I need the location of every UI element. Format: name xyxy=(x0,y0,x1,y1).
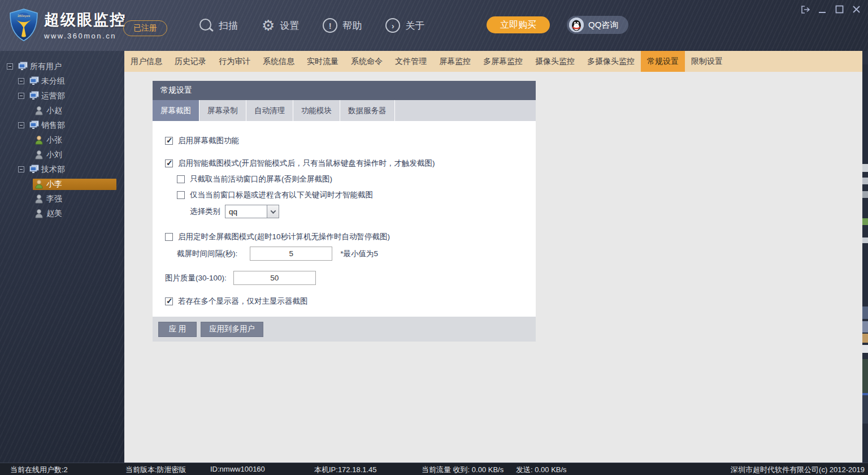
gear-icon: ⚙ xyxy=(262,18,275,33)
close-icon[interactable] xyxy=(852,5,861,14)
timed-fullscreen-checkbox[interactable] xyxy=(165,233,173,241)
tree-item-user-xiaozhao[interactable]: 小赵 xyxy=(0,104,124,117)
tab-restriction-settings[interactable]: 限制设置 xyxy=(685,51,729,72)
tab-multi-camera-monitor[interactable]: 多摄像头监控 xyxy=(581,51,641,72)
tab-camera-monitor[interactable]: 摄像头监控 xyxy=(529,51,581,72)
category-label: 选择类别 xyxy=(190,206,220,217)
tree-item-user-liqiang[interactable]: 李强 xyxy=(0,192,124,205)
app-website: www.360mon.cn xyxy=(44,32,126,40)
buy-now-button[interactable]: 立即购买 xyxy=(487,16,550,33)
quality-label: 图片质量(30-100): xyxy=(165,273,227,283)
tab-multi-screen-monitor[interactable]: 多屏幕监控 xyxy=(477,51,529,72)
nav-scan[interactable]: 扫描 xyxy=(199,18,238,33)
app-title: 超级眼监控 xyxy=(44,10,126,30)
tree-item-label: 小张 xyxy=(46,135,62,145)
tab-system-info[interactable]: 系统信息 xyxy=(257,51,301,72)
chevron-down-icon[interactable] xyxy=(267,205,279,218)
nav-settings[interactable]: ⚙ 设置 xyxy=(262,18,299,33)
qq-consult-button[interactable]: QQ咨询 xyxy=(567,16,628,34)
maximize-icon[interactable] xyxy=(835,5,844,14)
settings-subtabs: 屏幕截图 屏幕录制 自动清理 功能模块 数据服务器 xyxy=(153,100,536,121)
background-window-sliver xyxy=(862,51,868,463)
shield-logo-icon: 360eyes xyxy=(8,8,40,42)
subtab-screen-record[interactable]: 屏幕录制 xyxy=(199,100,246,121)
tab-general-settings[interactable]: 常规设置 xyxy=(641,51,685,72)
about-icon: › xyxy=(385,18,400,33)
tree-item-ungrouped[interactable]: 未分组 xyxy=(0,75,124,88)
subtab-function-module[interactable]: 功能模块 xyxy=(293,100,340,121)
svg-text:360eyes: 360eyes xyxy=(18,14,31,18)
window-controls xyxy=(801,5,861,14)
tab-system-command[interactable]: 系统命令 xyxy=(345,51,389,72)
nav-help-label: 帮助 xyxy=(342,19,362,32)
general-settings-panel: 常规设置 屏幕截图 屏幕录制 自动清理 功能模块 数据服务器 启用屏幕截图功能 … xyxy=(153,81,536,342)
quality-input[interactable] xyxy=(233,271,316,285)
status-copyright: 深圳市超时代软件有限公司(c) 2012-2019 xyxy=(731,465,865,475)
minimize-icon[interactable] xyxy=(818,5,827,14)
search-icon xyxy=(199,18,214,33)
status-local-ip: 本机IP:172.18.1.45 xyxy=(314,465,377,475)
app-logo: 360eyes 超级眼监控 www.360mon.cn xyxy=(8,8,126,42)
interval-input[interactable] xyxy=(250,247,332,261)
logout-icon[interactable] xyxy=(801,5,810,14)
screenshot-settings-form: 启用屏幕截图功能 启用智能截图模式(开启智能模式后，只有当鼠标键盘有操作时，才触… xyxy=(153,121,536,317)
tree-item-user-xiaozhang[interactable]: 小张 xyxy=(0,133,124,146)
tree-item-user-xiaoli-selected[interactable]: 小李 xyxy=(0,178,124,191)
collapse-toggle-icon[interactable] xyxy=(18,166,24,172)
enable-screenshot-checkbox[interactable] xyxy=(165,137,173,145)
tab-behavior-audit[interactable]: 行为审计 xyxy=(212,51,257,72)
enable-screenshot-label: 启用屏幕截图功能 xyxy=(178,136,239,146)
panel-footer: 应 用 应用到多用户 xyxy=(153,317,536,342)
enable-smart-mode-checkbox[interactable] xyxy=(165,159,173,167)
apply-to-multi-users-button[interactable]: 应用到多用户 xyxy=(201,322,263,337)
panel-title: 常规设置 xyxy=(153,81,536,100)
status-bar: 当前在线用户数:2 当前版本:防泄密版 ID:nmww100160 本机IP:1… xyxy=(0,463,868,475)
tree-item-all-users[interactable]: 所有用户 xyxy=(0,60,124,73)
collapse-toggle-icon[interactable] xyxy=(18,122,24,128)
user-offline-icon xyxy=(34,194,44,204)
tree-item-label: 小刘 xyxy=(46,150,62,160)
active-window-only-label: 只截取当前活动窗口的屏幕(否则全屏截图) xyxy=(190,174,332,184)
subtab-data-server[interactable]: 数据服务器 xyxy=(340,100,395,121)
nav-about[interactable]: › 关于 xyxy=(385,18,424,33)
user-tree-sidebar: 所有用户 未分组 运营部 小赵 销售部 小张 xyxy=(0,51,124,463)
tab-history[interactable]: 历史记录 xyxy=(168,51,212,72)
multi-monitor-label: 若存在多个显示器，仅对主显示器截图 xyxy=(178,296,308,306)
category-select[interactable]: qq xyxy=(225,205,279,218)
tree-item-operations-dept[interactable]: 运营部 xyxy=(0,89,124,102)
tree-item-sales-dept[interactable]: 销售部 xyxy=(0,119,124,132)
category-select-value: qq xyxy=(225,208,267,216)
subtab-auto-clean[interactable]: 自动清理 xyxy=(246,100,293,121)
keyword-only-checkbox[interactable] xyxy=(177,191,185,199)
tree-item-label: 李强 xyxy=(46,194,62,204)
tree-item-label: 销售部 xyxy=(41,120,65,131)
tab-screen-monitor[interactable]: 屏幕监控 xyxy=(433,51,477,72)
collapse-toggle-icon[interactable] xyxy=(18,78,24,84)
tree-item-label: 赵美 xyxy=(46,209,62,219)
tree-item-user-zhaomei[interactable]: 赵美 xyxy=(0,207,124,220)
collapse-toggle-icon[interactable] xyxy=(7,63,13,70)
subtab-screenshot[interactable]: 屏幕截图 xyxy=(153,100,199,121)
header-bar: 360eyes 超级眼监控 www.360mon.cn 已注册 扫描 ⚙ 设置 … xyxy=(0,0,868,51)
qq-penguin-icon xyxy=(569,18,584,32)
user-offline-icon xyxy=(34,209,44,218)
active-window-only-checkbox[interactable] xyxy=(177,175,185,183)
tree-item-label: 小李 xyxy=(46,179,62,189)
apply-button[interactable]: 应 用 xyxy=(158,322,197,337)
computer-group-icon xyxy=(29,120,39,130)
tree-item-user-xiaoliu[interactable]: 小刘 xyxy=(0,148,124,161)
tab-realtime-traffic[interactable]: 实时流量 xyxy=(301,51,345,72)
collapse-toggle-icon[interactable] xyxy=(18,93,24,99)
main-content: 常规设置 屏幕截图 屏幕录制 自动清理 功能模块 数据服务器 启用屏幕截图功能 … xyxy=(124,72,862,463)
tab-file-manager[interactable]: 文件管理 xyxy=(389,51,433,72)
multi-monitor-checkbox[interactable] xyxy=(165,297,173,305)
keyword-only-label: 仅当当前窗口标题或进程含有以下关键词时才智能截图 xyxy=(190,190,373,200)
status-version: 当前版本:防泄密版 xyxy=(125,465,186,475)
enable-smart-mode-label: 启用智能截图模式(开启智能模式后，只有当鼠标键盘有操作时，才触发截图) xyxy=(178,158,435,169)
interval-hint: *最小值为5 xyxy=(340,249,378,259)
qq-consult-label: QQ咨询 xyxy=(588,20,618,31)
tree-item-tech-dept[interactable]: 技术部 xyxy=(0,163,124,176)
tab-user-info[interactable]: 用户信息 xyxy=(124,51,168,72)
nav-help[interactable]: ! 帮助 xyxy=(323,18,362,33)
tree-item-label: 运营部 xyxy=(41,91,65,101)
